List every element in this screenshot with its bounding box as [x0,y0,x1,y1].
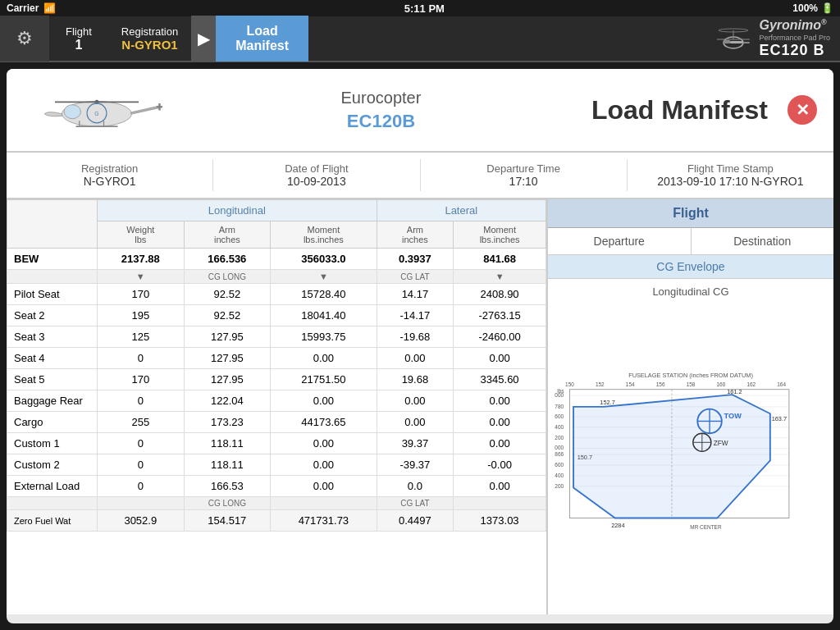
dep-dest-row: Departure Destination [548,228,833,255]
gear-icon: ⚙ [16,28,33,49]
svg-text:ZFW: ZFW [714,439,728,447]
registration-cell: Registration N-GYRO1 [7,159,213,191]
pilot-seat-label: Pilot Seat [7,284,98,305]
model-name-text: EC120 B [759,42,830,59]
date-value: 10-09-2013 [220,175,413,188]
seat5-label: Seat 5 [7,369,98,390]
departure-time-label: Departure Time [427,162,620,175]
svg-text:162: 162 [746,381,756,387]
main-content: G Eurocopter EC120B Load Manifest ✕ Regi… [7,69,833,623]
svg-text:152.7: 152.7 [600,399,614,406]
manifest-table: Longitudinal Lateral Weightlbs Arminches… [7,199,546,532]
svg-text:158: 158 [687,381,696,387]
bew-arm: 166.536 [184,249,271,270]
battery-icon: 🔋 [821,2,833,14]
bew-label: BEW [7,249,98,270]
aircraft-model: EC120B [171,109,591,135]
status-right: 100% 🔋 [792,2,833,14]
moment-header: Momentlbs.inches [271,221,377,249]
moment-lat-header: Momentlbs.inches [454,221,546,249]
svg-rect-1 [724,40,730,43]
load-manifest-button[interactable]: LoadManifest [216,16,308,62]
cargo-label: Cargo [7,412,98,433]
aircraft-name: Eurocopter EC120B [171,86,591,135]
external-load-row: External Load 0 166.53 0.00 0.0 0.00 [7,476,546,497]
close-icon: ✕ [796,100,810,120]
svg-text:3400: 3400 [555,424,564,430]
svg-text:3000: 3000 [555,445,564,451]
cg-chart-title: Longitudinal CG [555,285,827,298]
flight-label: Flight [66,25,92,38]
logo-registered: ® [821,18,827,26]
bew-weight: 2137.88 [98,249,185,270]
registration-label-cell: Registration [13,162,206,175]
seat3-label: Seat 3 [7,326,98,348]
zfw-row: Zero Fuel Wat 3052.9 154.517 471731.73 0… [7,510,546,532]
status-bar: Carrier 📶 5:11 PM 100% 🔋 [0,0,840,16]
arm-inches-header: Arminches [184,221,271,249]
date-label: Date of Flight [220,162,413,175]
cg-envelope-chart: FUSELAGE STATION (inches FROM DATUM) 150… [555,301,827,599]
custom1-label: Custom 1 [7,433,98,454]
svg-text:164: 164 [777,381,786,387]
seat3-row: Seat 3 125 127.95 15993.75 -19.68 -2460.… [7,326,546,348]
svg-text:2866: 2866 [555,451,564,457]
custom2-label: Custom 2 [7,454,98,476]
svg-text:2284: 2284 [611,522,624,529]
svg-text:160: 160 [717,381,726,387]
svg-text:2400: 2400 [555,472,564,478]
destination-label: Destination [733,235,791,248]
pilot-seat-row: Pilot Seat 170 92.52 15728.40 14.17 2408… [7,284,546,305]
wifi-icon: 📶 [43,2,56,14]
close-button[interactable]: ✕ [788,95,817,125]
svg-text:MR CENTER: MR CENTER [690,524,722,530]
departure-button[interactable]: Departure [548,228,692,254]
timestamp-cell: Flight Time Stamp 2013-09-10 17:10 N-GYR… [628,159,833,191]
cg-chart-area: Longitudinal CG FUSELAGE STATION (inches… [548,279,833,614]
settings-button[interactable]: ⚙ [0,16,49,62]
destination-button[interactable]: Destination [692,228,834,254]
date-cell: Date of Flight 10-09-2013 [213,159,420,191]
custom2-row: Custom 2 0 118.11 0.00 -39.37 -0.00 [7,454,546,476]
arrow-icon: ▶ [198,29,210,48]
svg-text:3200: 3200 [555,435,564,441]
nav-bar: ⚙ Flight 1 Registration N-GYRO1 ▶ LoadMa… [0,16,840,62]
status-left: Carrier 📶 [7,2,56,14]
helicopter-image: G [23,77,171,143]
nav-arrow-button[interactable]: ▶ [191,16,216,62]
svg-text:154: 154 [626,381,635,387]
registration-info: Registration N-GYRO1 [108,25,191,52]
svg-text:161.2: 161.2 [727,388,742,395]
logo-text-group: Gyronimo® Performance Pad Pro EC120 B [759,18,830,58]
flight-info: Flight 1 [49,25,108,52]
logo-brand-text: Gyronimo [759,19,821,33]
svg-text:4000: 4000 [555,392,564,398]
arm-inches-lat-header: Arminches [377,221,454,249]
manifest-header: G Eurocopter EC120B Load Manifest ✕ [7,69,833,153]
timestamp-value: 2013-09-10 17:10 N-GYRO1 [634,175,827,188]
svg-text:156: 156 [656,381,665,387]
departure-time-value: 17:10 [427,175,620,188]
time-display: 5:11 PM [404,2,445,15]
data-table: Longitudinal Lateral Weightlbs Arminches… [7,199,548,614]
baggage-rear-label: Baggage Rear [7,390,98,412]
table-area: Longitudinal Lateral Weightlbs Arminches… [7,199,833,614]
flight-number: 1 [75,38,82,52]
svg-text:3600: 3600 [555,413,564,419]
svg-text:152: 152 [596,381,605,387]
bew-moment-lat: 841.68 [454,249,546,270]
info-row: Registration N-GYRO1 Date of Flight 10-0… [7,153,833,199]
departure-time-cell: Departure Time 17:10 [421,159,628,191]
zfw-label: Zero Fuel Wat [7,510,98,532]
svg-text:G: G [94,111,98,116]
registration-value: N-GYRO1 [121,38,177,52]
manifest-title-text: Load Manifest [591,95,768,126]
aircraft-manufacturer: Eurocopter [171,86,591,109]
svg-text:3780: 3780 [555,404,564,409]
svg-text:2600: 2600 [555,462,564,468]
svg-text:2200: 2200 [555,483,564,489]
cg-envelope-header: CG Envelope [548,255,833,279]
svg-text:150: 150 [565,381,574,387]
seat5-row: Seat 5 170 127.95 21751.50 19.68 3345.60 [7,369,546,390]
right-panel: Flight Departure Destination CG Envelope… [548,199,833,614]
